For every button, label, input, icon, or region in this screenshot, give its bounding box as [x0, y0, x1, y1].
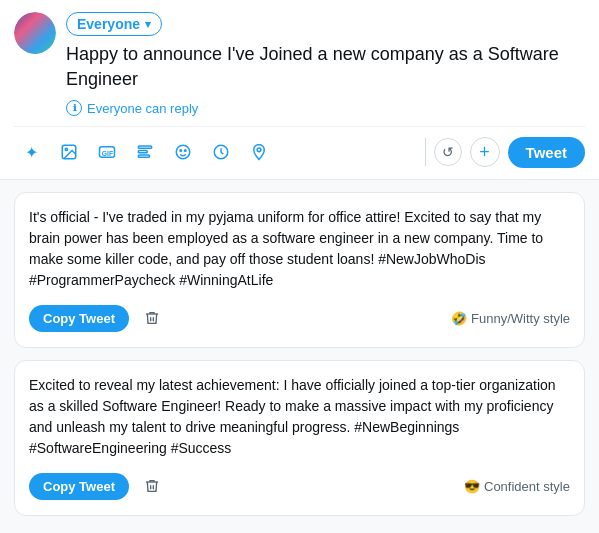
delete-button-2[interactable]	[137, 471, 167, 501]
toolbar: ✦ GIF ↺ + Tweet	[14, 126, 585, 179]
suggestion-actions-1: Copy Tweet 🤣 Funny/Witty style	[29, 303, 570, 333]
copy-tweet-button-1[interactable]: Copy Tweet	[29, 305, 129, 332]
undo-button[interactable]: ↺	[434, 138, 462, 166]
svg-point-7	[176, 146, 190, 160]
suggestion-actions-2: Copy Tweet 😎 Confident style	[29, 471, 570, 501]
audience-label: Everyone	[77, 16, 140, 32]
svg-point-8	[180, 150, 182, 152]
reply-permission: ℹ Everyone can reply	[66, 100, 585, 116]
compose-right: Everyone ▾ Happy to announce I've Joined…	[66, 12, 585, 126]
suggestions-area: It's official - I've traded in my pyjama…	[0, 180, 599, 533]
style-label-1: 🤣 Funny/Witty style	[451, 311, 570, 326]
suggestion-left-2: Copy Tweet	[29, 471, 167, 501]
avatar-image	[14, 12, 56, 54]
reply-permission-label: Everyone can reply	[87, 101, 198, 116]
toolbar-right: ↺ + Tweet	[434, 137, 585, 168]
image-icon-button[interactable]	[52, 135, 86, 169]
tweet-button[interactable]: Tweet	[508, 137, 585, 168]
style-text-1: Funny/Witty style	[471, 311, 570, 326]
reply-permission-icon: ℹ	[66, 100, 82, 116]
toolbar-divider	[425, 138, 426, 166]
suggestion-card-2: Excited to reveal my latest achievement:…	[14, 360, 585, 516]
poll-icon-button[interactable]	[128, 135, 162, 169]
sparkle-icon-button[interactable]: ✦	[14, 135, 48, 169]
suggestion-text-2: Excited to reveal my latest achievement:…	[29, 375, 570, 459]
compose-area: Everyone ▾ Happy to announce I've Joined…	[0, 0, 599, 180]
avatar	[14, 12, 56, 54]
schedule-icon-button[interactable]	[204, 135, 238, 169]
location-icon-button[interactable]	[242, 135, 276, 169]
suggestion-card-1: It's official - I've traded in my pyjama…	[14, 192, 585, 348]
style-emoji-2: 😎	[464, 479, 480, 494]
svg-text:GIF: GIF	[102, 150, 113, 157]
suggestion-text-1: It's official - I've traded in my pyjama…	[29, 207, 570, 291]
compose-top: Everyone ▾ Happy to announce I've Joined…	[14, 12, 585, 126]
svg-rect-4	[138, 146, 152, 148]
suggestion-left-1: Copy Tweet	[29, 303, 167, 333]
delete-button-1[interactable]	[137, 303, 167, 333]
svg-rect-6	[138, 155, 149, 157]
style-text-2: Confident style	[484, 479, 570, 494]
copy-tweet-button-2[interactable]: Copy Tweet	[29, 473, 129, 500]
gif-icon-button[interactable]: GIF	[90, 135, 124, 169]
svg-point-11	[257, 148, 261, 152]
svg-point-1	[65, 149, 67, 151]
chevron-down-icon: ▾	[145, 18, 151, 31]
svg-rect-5	[138, 151, 147, 153]
audience-button[interactable]: Everyone ▾	[66, 12, 162, 36]
emoji-icon-button[interactable]	[166, 135, 200, 169]
add-tweet-button[interactable]: +	[470, 137, 500, 167]
toolbar-icons: ✦ GIF	[14, 135, 417, 169]
style-label-2: 😎 Confident style	[464, 479, 570, 494]
tweet-text[interactable]: Happy to announce I've Joined a new comp…	[66, 42, 585, 92]
style-emoji-1: 🤣	[451, 311, 467, 326]
svg-point-9	[185, 150, 187, 152]
